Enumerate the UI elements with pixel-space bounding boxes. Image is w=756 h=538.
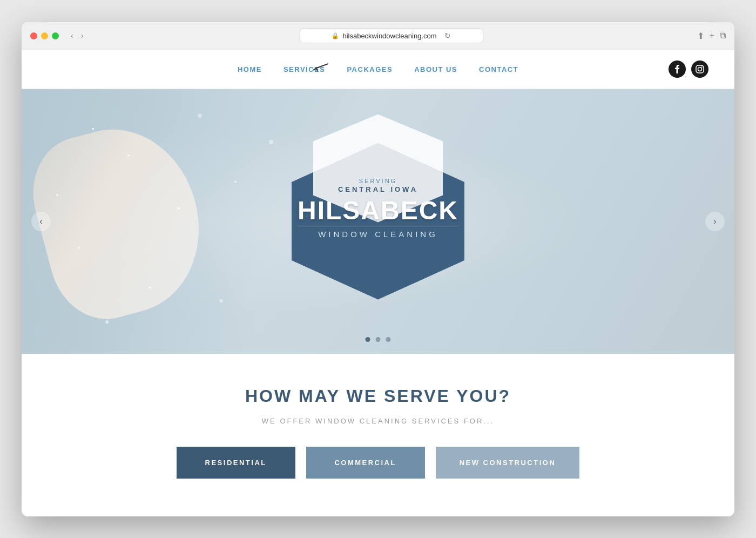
hexagon-container: SERVING CENTRAL IOWA HILSABECK WINDOW CL… <box>292 124 464 319</box>
instagram-icon[interactable] <box>691 60 708 78</box>
nav-contact[interactable]: CONTACT <box>479 65 518 73</box>
website-content: HOME SERVICES PACKAGES ABOUT US CONTACT <box>22 50 734 516</box>
slider-dot-1[interactable] <box>366 337 370 342</box>
squeegee-icon <box>298 247 458 281</box>
maximize-button[interactable] <box>52 32 59 39</box>
nav-social <box>669 60 708 78</box>
browser-chrome: ‹ › 🔒 hilsabeckwindowcleaning.com ↻ ⬆ + … <box>22 22 734 50</box>
minimize-button[interactable] <box>41 32 48 39</box>
new-construction-button[interactable]: NEW CONSTRUCTION <box>436 447 580 479</box>
svg-point-5 <box>701 66 703 68</box>
slider-prev-button[interactable]: ‹ <box>31 212 51 231</box>
nav-links: HOME SERVICES PACKAGES ABOUT US CONTACT <box>238 65 518 73</box>
hero-badge: SERVING CENTRAL IOWA HILSABECK WINDOW CL… <box>292 124 464 319</box>
browser-controls: ‹ › <box>69 30 85 41</box>
section-subtitle: WE OFFER WINDOW CLEANING SERVICES FOR... <box>43 417 713 425</box>
services-section: HOW MAY WE SERVE YOU? WE OFFER WINDOW CL… <box>22 354 734 516</box>
traffic-lights <box>30 32 59 39</box>
nav-packages[interactable]: PACKAGES <box>347 65 393 73</box>
navigation: HOME SERVICES PACKAGES ABOUT US CONTACT <box>22 50 734 89</box>
reload-button[interactable]: ↻ <box>444 31 451 40</box>
nav-about[interactable]: ABOUT US <box>414 65 457 73</box>
svg-point-4 <box>698 68 702 71</box>
badge-content: SERVING CENTRAL IOWA HILSABECK WINDOW CL… <box>298 162 458 281</box>
url-text: hilsabeckwindowcleaning.com <box>342 32 436 40</box>
badge-serving-text: SERVING <box>298 178 458 184</box>
address-bar: 🔒 hilsabeckwindowcleaning.com ↻ <box>92 28 690 43</box>
back-button[interactable]: ‹ <box>69 30 76 41</box>
residential-button[interactable]: RESIDENTIAL <box>177 447 295 479</box>
badge-subtitle-text: WINDOW CLEANING <box>298 226 458 239</box>
nav-logo <box>313 62 328 77</box>
tabs-icon[interactable]: ⧉ <box>720 31 726 41</box>
svg-rect-3 <box>696 65 704 73</box>
squeegee-triangle <box>373 252 383 259</box>
badge-region-text: CENTRAL IOWA <box>298 185 458 193</box>
hero-slider: SERVING CENTRAL IOWA HILSABECK WINDOW CL… <box>22 89 734 354</box>
slider-dots <box>366 337 391 342</box>
squeegee-handle <box>376 259 380 281</box>
squeegee-head <box>362 247 394 252</box>
browser-window: ‹ › 🔒 hilsabeckwindowcleaning.com ↻ ⬆ + … <box>22 22 734 516</box>
logo-icon <box>313 62 328 73</box>
slider-dot-3[interactable] <box>386 337 391 342</box>
lock-icon: 🔒 <box>332 32 339 39</box>
svg-line-0 <box>316 64 328 68</box>
nav-home[interactable]: HOME <box>238 65 262 73</box>
svg-line-2 <box>313 68 316 70</box>
section-title: HOW MAY WE SERVE YOU? <box>43 386 713 406</box>
badge-company-name: HILSABECK <box>298 198 458 224</box>
slider-next-button[interactable]: › <box>705 212 725 231</box>
forward-button[interactable]: › <box>79 30 86 41</box>
slider-dot-2[interactable] <box>376 337 381 342</box>
commercial-button[interactable]: COMMERCIAL <box>306 447 425 479</box>
browser-actions: ⬆ + ⧉ <box>697 31 726 41</box>
service-buttons: RESIDENTIAL COMMERCIAL NEW CONSTRUCTION <box>43 447 713 479</box>
close-button[interactable] <box>30 32 37 39</box>
new-tab-icon[interactable]: + <box>710 31 714 41</box>
url-pill[interactable]: 🔒 hilsabeckwindowcleaning.com ↻ <box>300 28 483 43</box>
share-icon[interactable]: ⬆ <box>697 31 704 41</box>
facebook-icon[interactable] <box>669 60 686 78</box>
